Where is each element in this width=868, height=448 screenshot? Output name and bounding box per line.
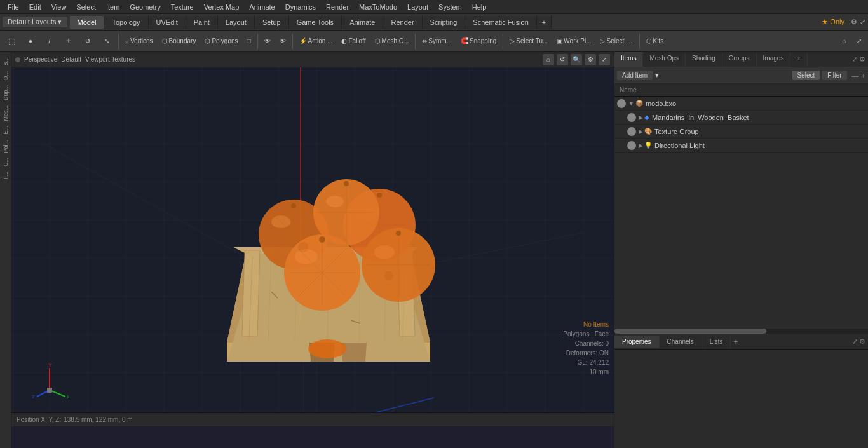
menu-item[interactable]: Item bbox=[101, 2, 125, 12]
tab-lists[interactable]: Lists bbox=[702, 336, 731, 348]
select-tu-btn[interactable]: ▷ Select Tu... bbox=[506, 36, 552, 46]
selecti-btn[interactable]: ▷ Selecti ... bbox=[596, 36, 636, 46]
props-add-btn[interactable]: + bbox=[733, 337, 738, 346]
tab-game-tools[interactable]: Game Tools bbox=[289, 16, 342, 29]
layout-preset-dropdown[interactable]: Default Layouts ▾ bbox=[3, 17, 67, 27]
menu-layout[interactable]: Layout bbox=[402, 2, 433, 12]
vertices-btn[interactable]: ⬦ Vertices bbox=[121, 36, 157, 46]
layout-expand-icon[interactable]: ⤢ bbox=[860, 18, 865, 26]
layout-settings-icon[interactable]: ⚙ bbox=[851, 18, 857, 26]
tab-items[interactable]: Items bbox=[614, 52, 643, 67]
viewport-canvas[interactable]: Y X Z No Items Polygons : Face Channels:… bbox=[11, 67, 614, 412]
vp-home-btn[interactable]: ⌂ bbox=[543, 54, 554, 65]
menu-system[interactable]: System bbox=[433, 2, 467, 12]
tab-add-panel[interactable]: + bbox=[790, 52, 808, 67]
tab-images[interactable]: Images bbox=[757, 52, 791, 67]
add-item-btn[interactable]: Add Item bbox=[617, 71, 653, 80]
tab-channels[interactable]: Channels bbox=[660, 336, 702, 348]
home-btn[interactable]: ⌂ bbox=[839, 36, 850, 46]
menu-animate[interactable]: Animate bbox=[244, 2, 280, 12]
work-pl-btn[interactable]: ▣ Work Pl... bbox=[553, 36, 595, 46]
menu-file[interactable]: File bbox=[3, 2, 24, 12]
tab-animate[interactable]: Animate bbox=[342, 16, 383, 29]
tab-model[interactable]: Model bbox=[70, 16, 105, 29]
tab-mesh-ops[interactable]: Mesh Ops bbox=[643, 52, 686, 67]
item-modo-bxo[interactable]: ▼ 📦 modo.bxo bbox=[614, 97, 868, 111]
items-scroll-thumb[interactable] bbox=[614, 329, 766, 334]
tab-properties[interactable]: Properties bbox=[614, 336, 660, 348]
left-tool-pol[interactable]: Pol... bbox=[1, 137, 10, 156]
tab-render[interactable]: Render bbox=[383, 16, 422, 29]
left-tool-b[interactable]: B... bbox=[1, 55, 10, 69]
expand-light[interactable]: ▶ bbox=[639, 142, 643, 149]
menu-dynamics[interactable]: Dynamics bbox=[280, 2, 321, 12]
menu-geometry[interactable]: Geometry bbox=[125, 2, 165, 12]
symm-btn[interactable]: ⇔ Symm... bbox=[418, 36, 456, 46]
vp-expand-btn[interactable]: ⤢ bbox=[599, 54, 610, 65]
tab-add[interactable]: + bbox=[537, 16, 552, 29]
expand-modo[interactable]: ▼ bbox=[628, 100, 634, 107]
vis-btn-texture[interactable] bbox=[627, 127, 636, 136]
vis-btn-light[interactable] bbox=[627, 141, 636, 150]
tab-shading[interactable]: Shading bbox=[686, 52, 722, 67]
tool-select-edges[interactable]: / bbox=[41, 34, 58, 48]
mesh-btn[interactable]: ⬡ Mesh C... bbox=[371, 36, 413, 46]
left-tool-e[interactable]: E... bbox=[1, 123, 10, 137]
tool-transform[interactable]: ✛ bbox=[60, 34, 78, 48]
expand-mandarins[interactable]: ▶ bbox=[639, 114, 643, 121]
menu-edit[interactable]: Edit bbox=[24, 2, 46, 12]
vp-settings-btn[interactable]: ⚙ bbox=[585, 54, 596, 65]
action-btn[interactable]: ⚡ Action ... bbox=[295, 36, 337, 46]
kits-btn[interactable]: ⬡ Kits bbox=[642, 36, 668, 46]
vis-btn-mandarins[interactable] bbox=[627, 113, 636, 122]
add-item-chevron[interactable]: ▾ bbox=[655, 71, 659, 79]
star-only-btn[interactable]: ★ Only bbox=[818, 17, 848, 27]
menu-render[interactable]: Render bbox=[321, 2, 354, 12]
items-scroll-area[interactable] bbox=[614, 329, 868, 334]
vp-zoom-btn[interactable]: 🔍 bbox=[571, 54, 582, 65]
items-collapse-icon[interactable]: — bbox=[852, 72, 859, 79]
menu-maxtomodo[interactable]: MaxToModo bbox=[354, 2, 402, 12]
tool-select-none[interactable]: ⬚ bbox=[3, 34, 20, 48]
tool-select-vertices[interactable]: ● bbox=[22, 34, 39, 48]
tab-layout[interactable]: Layout bbox=[218, 16, 255, 29]
eye-btn[interactable]: 👁 bbox=[261, 36, 275, 46]
item-directional-light[interactable]: ▶ 💡 Directional Light bbox=[614, 139, 868, 153]
menu-help[interactable]: Help bbox=[467, 2, 492, 12]
eye2-btn[interactable]: 👁 bbox=[276, 36, 290, 46]
tab-setup[interactable]: Setup bbox=[255, 16, 289, 29]
vis-btn-modo[interactable] bbox=[617, 99, 626, 108]
viewport-mode-label[interactable]: Perspective bbox=[24, 56, 57, 63]
boundary-btn[interactable]: ⬡ Boundary bbox=[158, 36, 200, 46]
menu-select[interactable]: Select bbox=[71, 2, 101, 12]
viewport-display-label[interactable]: Viewport Textures bbox=[85, 56, 135, 63]
item-texture-group[interactable]: ▶ 🎨 Texture Group bbox=[614, 125, 868, 139]
menu-vertex-map[interactable]: Vertex Map bbox=[199, 2, 245, 12]
tab-paint[interactable]: Paint bbox=[186, 16, 218, 29]
filter-btn[interactable]: Filter bbox=[822, 71, 846, 80]
left-tool-mes[interactable]: Mes... bbox=[1, 103, 10, 124]
viewport-shading-label[interactable]: Default bbox=[61, 56, 81, 63]
left-tool-f[interactable]: F... bbox=[1, 169, 10, 182]
panel-expand-icon[interactable]: ⤢ bbox=[852, 55, 858, 64]
snapping-btn[interactable]: 🧲 Snapping bbox=[457, 36, 500, 46]
vp-rotate-btn[interactable]: ↺ bbox=[557, 54, 568, 65]
props-expand-icon[interactable]: ⤢ bbox=[852, 337, 858, 346]
tab-topology[interactable]: Topology bbox=[104, 16, 148, 29]
menu-view[interactable]: View bbox=[46, 2, 72, 12]
tab-schematic-fusion[interactable]: Schematic Fusion bbox=[465, 16, 536, 29]
props-settings-icon[interactable]: ⚙ bbox=[859, 337, 865, 346]
left-tool-c[interactable]: C... bbox=[1, 155, 10, 169]
select-btn[interactable]: Select bbox=[792, 71, 820, 80]
item-mandarins[interactable]: ▶ ◆ Mandarins_in_Wooden_Basket bbox=[614, 111, 868, 125]
polygons-btn[interactable]: ⬡ Polygons bbox=[201, 36, 241, 46]
shape-select-btn[interactable]: □ bbox=[243, 36, 255, 46]
left-tool-dup[interactable]: Dup... bbox=[1, 83, 10, 103]
falloff-btn[interactable]: ◐ Falloff bbox=[337, 36, 369, 46]
tab-groups[interactable]: Groups bbox=[722, 52, 757, 67]
tab-scripting[interactable]: Scripting bbox=[423, 16, 466, 29]
tool-rotate[interactable]: ↺ bbox=[79, 34, 97, 48]
items-expand-icon[interactable]: + bbox=[862, 72, 865, 79]
expand-texture[interactable]: ▶ bbox=[639, 128, 643, 135]
left-tool-d[interactable]: D... bbox=[1, 69, 10, 83]
